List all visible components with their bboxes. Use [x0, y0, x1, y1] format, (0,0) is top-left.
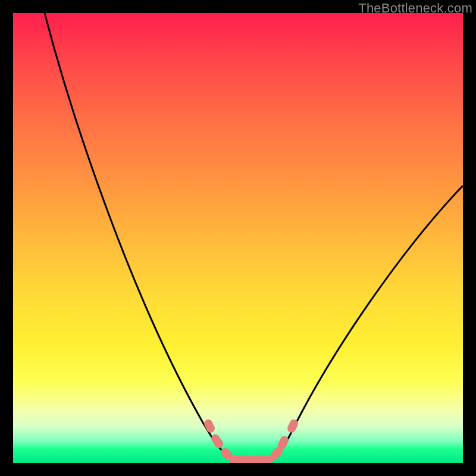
- marker-dot: [275, 451, 278, 456]
- marker-dot: [215, 439, 219, 444]
- chart-frame: TheBottleneck.com: [0, 0, 476, 476]
- marker-group: [208, 424, 294, 460]
- marker-dot: [225, 452, 228, 456]
- bottleneck-curve: [45, 13, 463, 462]
- watermark-text: TheBottleneck.com: [358, 1, 472, 16]
- marker-dot: [292, 424, 294, 428]
- marker-dot: [282, 440, 284, 445]
- chart-svg: [13, 13, 463, 463]
- marker-dot: [208, 424, 211, 428]
